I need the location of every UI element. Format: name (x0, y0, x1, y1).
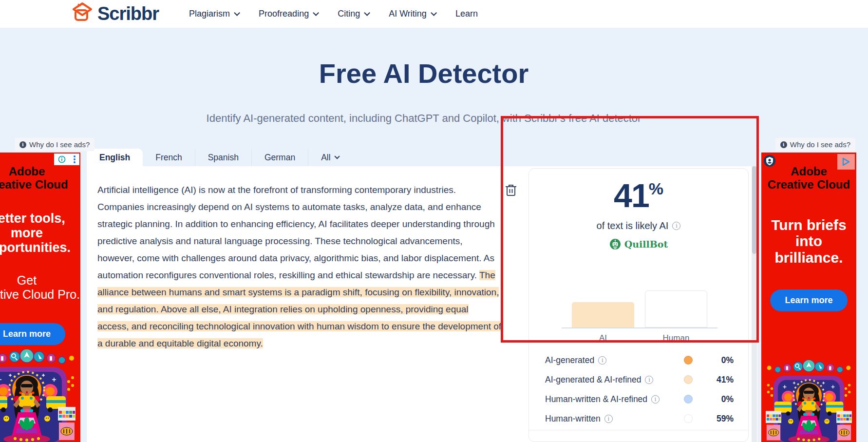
ad-banner-right[interactable]: AdobeCreative Cloud Turn briefsintobrill… (761, 153, 856, 442)
learn-more-button[interactable]: Learn more (770, 289, 847, 311)
adchoices-controls[interactable] (54, 154, 79, 165)
tab-french[interactable]: French (143, 149, 194, 166)
ad-banner-left[interactable]: AdobeCreative Cloud Better tools,moreopp… (0, 153, 80, 442)
essay-text-highlight: The alliance between humans and smart sy… (97, 270, 501, 348)
bar-label-ai: AI (572, 333, 634, 343)
ai-score: 41% (529, 176, 748, 214)
info-icon[interactable]: i (604, 415, 613, 423)
top-navbar: Scribbr Plagiarism Proofreading Citing A… (0, 0, 868, 28)
result-bar-chart (562, 266, 717, 328)
scribbr-logo-icon (71, 2, 94, 26)
info-icon[interactable]: i (598, 356, 606, 365)
legend-row-ai-generated-refined: AI-generated & AI-refined i 41% (545, 370, 734, 389)
quillbot-attribution[interactable]: QuillBot (529, 238, 748, 250)
legend-dot (684, 395, 693, 404)
language-tabs: English French Spanish German All (87, 149, 351, 166)
panel-scrollbar (752, 166, 757, 442)
essay-text-normal: Artificial intelligence (AI) is now at t… (97, 185, 495, 280)
legend-value: 59% (706, 414, 734, 424)
legend-dot (684, 356, 693, 365)
info-icon[interactable]: i (651, 395, 660, 404)
quillbot-icon (609, 238, 621, 250)
ad-illustration (0, 349, 80, 442)
scrollbar-thumb[interactable] (752, 166, 756, 254)
why-ads-link-left[interactable]: i Why do I see ads? (15, 138, 94, 151)
page-title: Free AI Detector (0, 58, 848, 89)
learn-more-button[interactable]: Learn more (0, 323, 65, 345)
legend-value: 41% (706, 375, 734, 385)
legend-row-human-written: Human-written i 59% (545, 409, 734, 428)
tab-german[interactable]: German (251, 149, 308, 166)
tab-spanish[interactable]: Spanish (195, 149, 251, 166)
result-legend: AI-generated i 0% AI-generated & AI-refi… (545, 350, 734, 428)
info-icon[interactable] (58, 155, 66, 163)
nav-item-citing[interactable]: Citing (338, 9, 368, 19)
ad-headline: Better tools,moreopportunities. (0, 211, 80, 255)
card-divider (529, 430, 748, 430)
nav-item-plagiarism[interactable]: Plagiarism (189, 9, 238, 19)
nav-item-learn[interactable]: Learn (455, 9, 478, 19)
brand-name: Scribbr (97, 3, 159, 24)
chevron-down-icon (313, 10, 319, 16)
shield-icon[interactable] (763, 154, 776, 169)
ad-headline: Turn briefsintobrilliance. (761, 217, 856, 266)
ad-illustration (761, 360, 856, 442)
tab-all[interactable]: All (308, 149, 350, 166)
page: { "nav": { "brand": "Scribbr", "items": … (0, 0, 868, 442)
chevron-down-icon (234, 10, 240, 16)
bar-human (645, 290, 707, 327)
legend-value: 0% (706, 355, 734, 365)
info-icon: i (19, 141, 26, 148)
tab-english[interactable]: English (87, 149, 143, 166)
nav-item-proofreading[interactable]: Proofreading (259, 9, 317, 19)
legend-value: 0% (706, 394, 734, 404)
nav-menu: Plagiarism Proofreading Citing AI Writin… (189, 9, 478, 19)
legend-dot (684, 414, 693, 423)
legend-row-human-refined: Human-written & AI-refined i 0% (545, 389, 734, 409)
result-card: 41% of text is likely AI i QuillBot AI H… (528, 168, 749, 442)
more-options-icon[interactable] (74, 155, 75, 163)
page-subtitle: Identify AI-generated content, including… (0, 112, 848, 125)
legend-row-ai-generated: AI-generated i 0% (545, 350, 734, 370)
bar-ai (572, 302, 634, 327)
legend-dot (684, 375, 693, 384)
chevron-down-icon (364, 10, 370, 16)
info-icon[interactable]: i (672, 222, 680, 230)
info-icon: i (780, 141, 787, 148)
adchoices-icon[interactable] (837, 154, 855, 170)
bar-label-human: Human (645, 333, 707, 343)
essay-text-area[interactable]: Artificial intelligence (AI) is now at t… (97, 181, 502, 352)
chevron-down-icon (431, 10, 437, 16)
chevron-down-icon (334, 154, 340, 159)
trash-icon[interactable] (505, 183, 517, 199)
score-caption: of text is likely AI i (529, 220, 748, 231)
info-icon[interactable]: i (645, 376, 653, 384)
ad-brand: AdobeCreative Cloud (0, 165, 80, 192)
nav-item-ai-writing[interactable]: AI Writing (389, 9, 435, 19)
ad-subline: GetCreative Cloud Pro. (0, 273, 80, 302)
scribbr-logo[interactable]: Scribbr (71, 2, 159, 26)
why-ads-link-right[interactable]: i Why do I see ads? (775, 138, 855, 151)
